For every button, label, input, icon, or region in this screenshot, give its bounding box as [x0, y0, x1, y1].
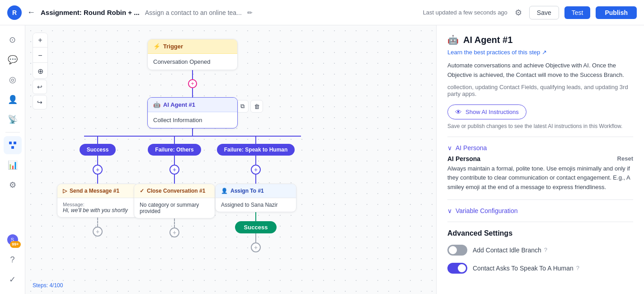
add-failure-speak-node-button[interactable]: +	[251, 165, 261, 175]
last-updated: Last updated a few seconds ago	[423, 9, 508, 16]
trigger-body: Conversation Opened	[148, 54, 237, 70]
panel-divider-3	[447, 222, 633, 222]
undo-redo-controls: ↩ ↪	[33, 80, 47, 109]
failure-speak-branch: Failure: Speak to Human + 👤 Assign To #1…	[215, 137, 296, 252]
advanced-settings-section: Advanced Settings Add Contact Idle Branc…	[447, 229, 633, 274]
add-success-node-button[interactable]: +	[93, 165, 103, 175]
back-button[interactable]: ←	[27, 8, 35, 17]
send-msg-title: Send a Message #1	[70, 188, 119, 194]
sidebar-item-help[interactable]: ?	[4, 251, 22, 269]
idle-branch-toggle-row: Add Contact Idle Branch ?	[447, 245, 633, 256]
ai-persona-accordion-header[interactable]: ∨ AI Persona	[447, 144, 633, 152]
failure-others-branch: Failure: Others + ✓ Close Conversation #…	[134, 137, 215, 252]
send-msg-icon: ▷	[63, 188, 67, 194]
sidebar-item-home[interactable]: ⊙	[4, 31, 22, 49]
variable-config-section: ∨ Variable Configuration	[447, 207, 633, 214]
sidebar-item-settings[interactable]: ⚙	[4, 176, 22, 194]
speak-human-toggle-row: Contact Asks To Speak To A Human ?	[447, 263, 633, 274]
assign-icon: 👤	[221, 188, 228, 194]
ai-agent-body: Collect Information	[148, 112, 237, 128]
close-icon: ✓	[140, 188, 144, 194]
delete-node-button[interactable]: 🗑	[250, 100, 263, 113]
success-branch-pill[interactable]: Success	[80, 144, 116, 156]
flow-root: ⚡ Trigger Conversation Opened + ⧉ 🗑	[80, 39, 306, 252]
sidebar-item-user[interactable]: S 99+	[4, 231, 22, 249]
ai-persona-section-label: AI Persona	[456, 144, 487, 152]
failure-speak-pill[interactable]: Failure: Speak to Human	[217, 144, 295, 156]
sidebar-item-reports[interactable]: 📊	[4, 156, 22, 174]
panel-description-2: collection, updating Contact Fields, qua…	[447, 84, 633, 97]
trigger-icon: ⚡	[153, 43, 160, 50]
sidebar-item-target[interactable]: ◎	[4, 71, 22, 89]
external-link-icon: ↗	[542, 49, 547, 56]
main-layout: ⊙ 💬 ◎ 👤 📡 📊 ⚙ S 99+ ? ✓ + − ⊕ ↩ ↪	[0, 25, 644, 294]
panel-note: Save or publish changes to see the lates…	[447, 123, 633, 129]
trigger-label: Trigger	[163, 43, 183, 50]
undo-button[interactable]: ↩	[33, 80, 47, 94]
assign-title: Assign To #1	[230, 188, 264, 194]
show-instructions-label: Show AI Instructions	[465, 109, 519, 115]
eye-icon: 👁	[455, 108, 462, 116]
sidebar-item-diagram[interactable]	[4, 136, 22, 154]
zoom-in-button[interactable]: +	[33, 33, 47, 47]
ai-agent-node[interactable]: 🤖 AI Agent #1 Collect Information	[147, 97, 238, 128]
fit-button[interactable]: ⊕	[33, 64, 47, 78]
sidebar-item-check[interactable]: ✓	[4, 270, 22, 289]
ai-agent-icon: 🤖	[153, 101, 160, 108]
failure-others-pill[interactable]: Failure: Others	[148, 144, 201, 156]
trigger-node[interactable]: ⚡ Trigger Conversation Opened	[147, 39, 238, 70]
speak-human-help-icon[interactable]: ?	[576, 265, 579, 271]
variable-config-accordion-header[interactable]: ∨ Variable Configuration	[447, 207, 633, 214]
assign-body: Assigned to Sana Nazir	[216, 198, 296, 212]
variable-config-label: Variable Configuration	[456, 207, 518, 214]
learn-link[interactable]: Learn the best practices of this step ↗	[447, 49, 633, 56]
sidebar-item-contacts[interactable]: 👤	[4, 90, 22, 109]
ai-persona-reset-button[interactable]: Reset	[617, 155, 633, 162]
ai-persona-label-row: AI Persona Reset	[447, 155, 633, 162]
panel-divider-1	[447, 137, 633, 137]
left-sidebar: ⊙ 💬 ◎ 👤 📡 📊 ⚙ S 99+ ? ✓	[0, 25, 25, 294]
add-node-button-1[interactable]: +	[188, 79, 197, 88]
show-instructions-button[interactable]: 👁 Show AI Instructions	[447, 104, 526, 119]
copy-node-button[interactable]: ⧉	[236, 100, 249, 113]
save-button[interactable]: Save	[529, 6, 559, 19]
add-failure-others-node-button[interactable]: +	[169, 165, 179, 175]
success-end-badge: Success	[235, 221, 277, 233]
flow-canvas: + − ⊕ ↩ ↪ ⚡ Trigger Conversation Opened …	[25, 25, 436, 294]
redo-button[interactable]: ↪	[33, 95, 47, 109]
ai-persona-label-text: AI Persona	[447, 155, 480, 162]
idle-branch-help-icon[interactable]: ?	[544, 247, 547, 253]
page-title: Assignment: Round Robin + ...	[41, 9, 140, 16]
idle-branch-label: Add Contact Idle Branch ?	[473, 247, 547, 254]
right-panel: 🤖 AI Agent #1 Learn the best practices o…	[436, 25, 644, 294]
panel-divider-2	[447, 199, 633, 200]
close-body: No category or summary provided	[134, 198, 215, 218]
send-msg-body: Message: Hi, we'll be with you shortly	[57, 198, 138, 217]
zoom-out-button[interactable]: −	[33, 48, 47, 63]
send-message-node[interactable]: ▷ Send a Message #1 Message: Hi, we'll b…	[57, 184, 138, 218]
speak-human-toggle[interactable]	[447, 263, 467, 274]
svg-rect-2	[11, 146, 14, 149]
panel-description: Automate conversations and achieve Objec…	[447, 61, 633, 80]
test-button[interactable]: Test	[564, 6, 591, 19]
chevron-down-icon: ∨	[447, 144, 452, 152]
publish-button[interactable]: Publish	[596, 6, 637, 19]
assign-to-node[interactable]: 👤 Assign To #1 Assigned to Sana Nazir	[215, 184, 296, 212]
ai-persona-text: Always maintain a formal, polite tone. U…	[447, 164, 633, 192]
canvas-zoom-controls: + − ⊕	[33, 33, 48, 79]
close-conversation-node[interactable]: ✓ Close Conversation #1 No category or s…	[134, 184, 215, 218]
gear-button[interactable]: ⚙	[513, 6, 524, 19]
ai-agent-label: AI Agent #1	[163, 101, 195, 108]
panel-title: 🤖 AI Agent #1	[447, 34, 633, 45]
idle-branch-toggle[interactable]	[447, 245, 467, 256]
edit-button[interactable]: ✏	[247, 9, 253, 16]
panel-title-text: AI Agent #1	[463, 35, 512, 45]
sidebar-item-chat[interactable]: 💬	[4, 51, 22, 69]
sidebar-item-broadcast[interactable]: 📡	[4, 110, 22, 128]
add-after-success-button[interactable]: +	[251, 242, 261, 252]
steps-counter: Steps: 4/100	[33, 282, 63, 289]
add-after-msg-button[interactable]: +	[93, 227, 103, 237]
node-tools: ⧉ 🗑	[236, 100, 263, 113]
chevron-down-icon-2: ∨	[447, 207, 452, 214]
add-after-close-button[interactable]: +	[169, 228, 179, 237]
